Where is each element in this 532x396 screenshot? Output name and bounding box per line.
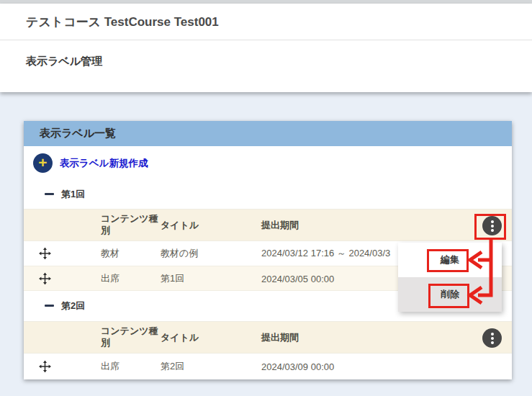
menu-item-delete[interactable]: 削除	[398, 277, 502, 312]
cell-content-type: 出席	[101, 272, 120, 285]
kebab-dot	[491, 225, 494, 228]
table-header-row: コンテンツ種別 タイトル 提出期間	[24, 209, 512, 241]
move-handle-icon[interactable]	[39, 272, 51, 284]
collapse-minus-icon[interactable]	[45, 305, 54, 307]
cell-title: 第1回	[161, 272, 184, 285]
collapse-minus-icon[interactable]	[45, 193, 54, 195]
kebab-menu-icon[interactable]	[482, 328, 502, 348]
kebab-menu-icon[interactable]	[482, 216, 502, 235]
cell-content-type: 教材	[101, 247, 120, 260]
cell-period: 2024/03/05 00:00	[261, 273, 334, 284]
cell-title: 第2回	[161, 360, 184, 373]
panel-title: 表示ラベル一覧	[40, 127, 116, 140]
move-handle-icon[interactable]	[39, 248, 51, 260]
row-context-menu: 編集 削除	[398, 243, 502, 312]
col-header-period: 提出期間	[261, 331, 405, 343]
section-row-1: 第1回	[24, 180, 512, 209]
page-header: テストコース TestCourse Test001 表示ラベル管理	[0, 4, 532, 92]
panel-header: 表示ラベル一覧	[24, 121, 512, 146]
move-handle-icon[interactable]	[39, 361, 51, 373]
cell-title: 教材の例	[161, 247, 198, 260]
cell-period: 2024/03/09 00:00	[261, 361, 334, 372]
course-title: テストコース TestCourse Test001	[26, 14, 219, 30]
col-header-title: タイトル	[161, 219, 254, 231]
section-label: 第1回	[61, 188, 85, 201]
plus-icon[interactable]	[33, 153, 53, 173]
course-title-row: テストコース TestCourse Test001	[0, 4, 532, 40]
kebab-dot	[491, 220, 494, 223]
col-header-title: タイトル	[161, 331, 254, 343]
kebab-dot	[491, 337, 494, 340]
create-label-row: 表示ラベル新規作成	[24, 146, 512, 180]
cell-content-type: 出席	[101, 360, 120, 373]
table-header-row: コンテンツ種別 タイトル 提出期間	[24, 321, 512, 354]
kebab-dot	[491, 333, 494, 336]
col-header-content-type: コンテンツ種別	[101, 325, 162, 350]
kebab-dot	[491, 341, 494, 344]
section-label: 第2回	[61, 300, 85, 312]
col-header-content-type: コンテンツ種別	[101, 213, 162, 238]
create-label-link[interactable]: 表示ラベル新規作成	[60, 157, 148, 170]
page-title-row: 表示ラベル管理	[0, 40, 532, 91]
table-row: 出席 第2回 2024/03/09 00:00	[24, 354, 512, 379]
page-title: 表示ラベル管理	[26, 55, 102, 68]
cell-period: 2024/03/12 17:16 ～ 2024/03/3	[261, 247, 390, 260]
col-header-period: 提出期間	[261, 219, 405, 231]
kebab-dot	[491, 229, 494, 232]
display-label-management-page: { "header": { "course_title": "テストコース Te…	[0, 0, 532, 396]
menu-item-edit[interactable]: 編集	[398, 243, 502, 277]
